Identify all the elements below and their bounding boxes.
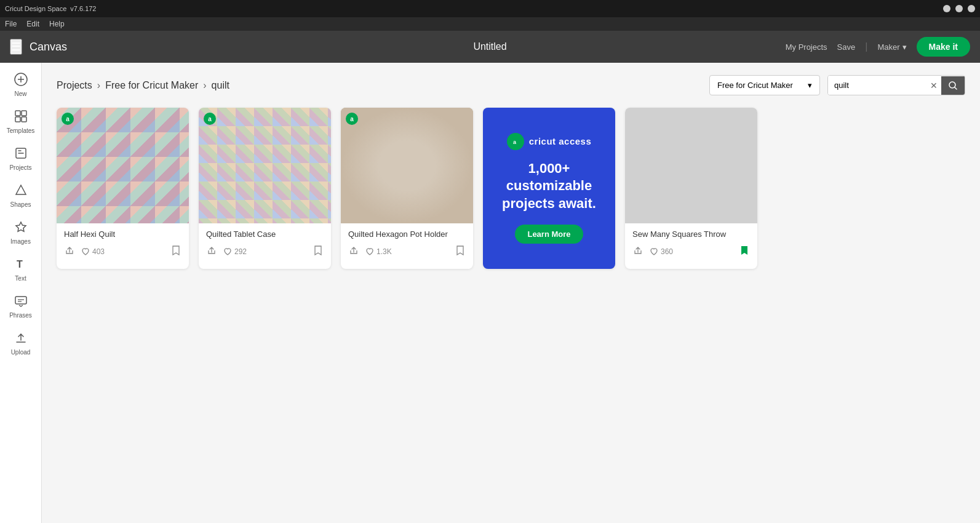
dropdown-arrow-icon: ▾ (808, 81, 812, 90)
window-controls: − ❐ ✕ (943, 5, 975, 12)
share-button[interactable] (206, 245, 217, 258)
card-image-wrapper (625, 108, 757, 223)
cards-grid: a Half Hexi Quilt (57, 108, 965, 269)
sidebar-item-images[interactable]: Images (3, 215, 39, 250)
heart-icon (650, 247, 658, 256)
card-body: Quilted Hexagon Pot Holder (341, 223, 473, 265)
header-right: My Projects Save | Maker ▾ Make it (786, 37, 970, 57)
card-image (199, 108, 331, 223)
bookmark-icon (456, 245, 464, 256)
app-logo: Cricut Design Space v7.6.172 (5, 5, 96, 12)
share-button[interactable] (64, 245, 75, 258)
sidebar-item-projects[interactable]: Projects (3, 142, 39, 176)
breadcrumb-sep-1: › (97, 80, 100, 91)
shapes-icon (14, 183, 28, 200)
app-name: Cricut Design Space (5, 5, 66, 12)
sidebar-templates-label: Templates (7, 127, 35, 134)
card-footer: 292 (206, 244, 324, 259)
learn-more-button[interactable]: Learn More (515, 225, 583, 244)
bookmark-button[interactable] (170, 244, 181, 259)
share-icon (634, 246, 642, 255)
card-title: Quilted Hexagon Pot Holder (348, 230, 466, 239)
menu-help[interactable]: Help (49, 20, 65, 28)
svg-rect-5 (15, 117, 20, 122)
cricut-icon: a (511, 137, 520, 146)
sidebar-projects-label: Projects (9, 164, 31, 171)
breadcrumb-projects[interactable]: Projects (57, 80, 92, 91)
card-image-wrapper: a (341, 108, 473, 223)
card-half-hexi-quilt[interactable]: a Half Hexi Quilt (57, 108, 189, 269)
card-body: Sew Many Squares Throw 36 (625, 223, 757, 265)
heart-icon (223, 247, 232, 256)
card-footer: 360 (632, 244, 750, 259)
svg-text:T: T (17, 259, 23, 269)
projects-icon (14, 146, 28, 163)
my-projects-link[interactable]: My Projects (786, 42, 827, 52)
cricut-access-logo: a cricut access (507, 133, 592, 150)
bookmark-icon (314, 245, 322, 256)
templates-icon (14, 110, 28, 126)
svg-rect-4 (22, 111, 26, 116)
search-clear-button[interactable]: ✕ (926, 78, 941, 93)
bookmark-button[interactable] (313, 244, 324, 259)
card-footer: 1.3K (348, 244, 466, 259)
search-button[interactable] (941, 76, 965, 95)
title-bar: Cricut Design Space v7.6.172 − ❐ ✕ (0, 0, 980, 17)
sidebar-item-new[interactable]: New (3, 68, 39, 102)
sidebar-item-templates[interactable]: Templates (3, 105, 39, 139)
likes-count: 292 (234, 247, 247, 256)
card-likes: 1.3K (365, 247, 392, 256)
sidebar: New Templates Projects (0, 63, 42, 523)
maker-button[interactable]: Maker ▾ (877, 42, 906, 52)
text-icon: T (14, 257, 28, 274)
card-sew-many-squares[interactable]: Sew Many Squares Throw 36 (625, 108, 757, 269)
search-box: ✕ (827, 75, 965, 95)
share-button[interactable] (348, 245, 359, 258)
sidebar-text-label: Text (15, 275, 26, 282)
menu-edit[interactable]: Edit (26, 20, 39, 28)
card-likes: 360 (650, 247, 673, 256)
sidebar-item-phrases[interactable]: Phrases (3, 289, 39, 324)
svg-rect-10 (15, 297, 26, 304)
card-quilted-hexagon-pot-holder[interactable]: a Quilted Hexagon Pot Holder (341, 108, 473, 269)
card-body: Quilted Tablet Case 292 (199, 223, 331, 265)
share-icon (207, 246, 216, 255)
card-image (341, 108, 473, 223)
cricut-access-headline: 1,000+ customizable projects await. (495, 160, 603, 213)
breadcrumb: Projects › Free for Cricut Maker › quilt (57, 80, 229, 91)
sidebar-item-upload[interactable]: Upload (3, 326, 39, 361)
sidebar-item-text[interactable]: T Text (3, 252, 39, 287)
minimize-button[interactable]: − (943, 5, 950, 12)
sidebar-images-label: Images (10, 238, 31, 245)
menu-bar: File Edit Help (0, 17, 980, 31)
likes-count: 1.3K (376, 247, 392, 256)
hamburger-button[interactable]: ☰ (10, 39, 22, 55)
sidebar-phrases-label: Phrases (9, 312, 32, 319)
card-footer: 403 (64, 244, 181, 259)
card-likes: 403 (81, 247, 105, 256)
bookmark-button[interactable] (455, 244, 466, 259)
share-button[interactable] (632, 245, 643, 258)
save-button[interactable]: Save (837, 42, 856, 52)
filter-dropdown[interactable]: Free for Cricut Maker All Projects My Pr… (709, 75, 820, 95)
card-title: Sew Many Squares Throw (632, 230, 750, 239)
app-header: ☰ Canvas Untitled My Projects Save | Mak… (0, 31, 980, 63)
svg-line-16 (955, 87, 957, 89)
sidebar-upload-label: Upload (11, 349, 31, 356)
breadcrumb-free-cricut[interactable]: Free for Cricut Maker (105, 80, 198, 91)
cricut-access-ad[interactable]: a cricut access 1,000+ customizable proj… (483, 108, 615, 269)
card-body: Half Hexi Quilt 403 (57, 223, 189, 265)
card-quilted-tablet-case[interactable]: a Quilted Tablet Case (199, 108, 331, 269)
document-title: Untitled (473, 41, 506, 52)
close-button[interactable]: ✕ (968, 5, 975, 12)
search-input[interactable] (828, 76, 926, 95)
top-row: Projects › Free for Cricut Maker › quilt… (57, 75, 965, 95)
maximize-button[interactable]: ❐ (955, 5, 963, 12)
sidebar-item-shapes[interactable]: Shapes (3, 178, 39, 213)
svg-rect-6 (22, 117, 26, 122)
filter-select[interactable]: Free for Cricut Maker All Projects My Pr… (717, 81, 803, 90)
make-it-button[interactable]: Make it (917, 37, 970, 57)
bookmark-button[interactable] (739, 244, 750, 259)
menu-file[interactable]: File (5, 20, 17, 28)
likes-count: 403 (92, 247, 105, 256)
